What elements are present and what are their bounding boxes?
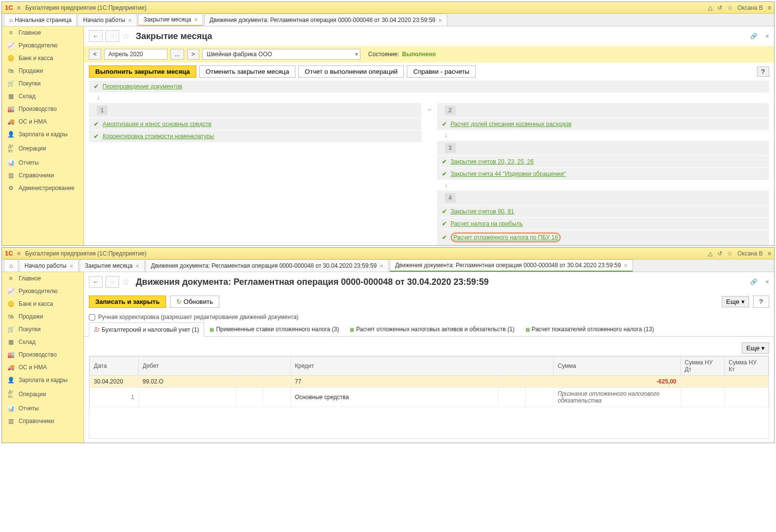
op-link[interactable]: Закрытие счетов 90, 91 [451, 208, 514, 215]
period-input[interactable]: Апрель 2020 [104, 49, 168, 60]
cancel-close-button[interactable]: Отменить закрытие месяца [199, 65, 295, 78]
tab-start[interactable]: Начало работы× [78, 14, 137, 26]
manual-correction-checkbox[interactable] [89, 314, 95, 320]
sidebar-item-manager[interactable]: 📈Руководителю [2, 285, 84, 298]
star-icon[interactable]: ☆ [727, 4, 733, 11]
op-link[interactable]: Корректировка стоимости номенклатуры [103, 133, 214, 140]
home-tab[interactable]: ⌂ [4, 259, 18, 272]
history-icon[interactable]: ↺ [717, 4, 722, 11]
burger-icon[interactable]: ≡ [17, 4, 21, 11]
references-button[interactable]: Справки - расчеты [407, 65, 476, 78]
sidebar-item-refs[interactable]: ▥Справочники [2, 169, 84, 182]
tab-doc-moves-2[interactable]: Движения документа: Регламентная операци… [390, 259, 633, 272]
sidebar-item-sales[interactable]: 🛍Продажи [2, 64, 84, 77]
close-icon[interactable]: × [128, 17, 132, 24]
help-button[interactable]: ? [757, 66, 769, 77]
sidebar-item-manager[interactable]: 📈Руководителю [2, 39, 84, 52]
op-link[interactable]: Расчет налога на прибыль [451, 220, 523, 227]
col-date[interactable]: Дата [90, 357, 139, 376]
op-close-20[interactable]: ✔Закрытие счетов 20, 23, 25, 26 [437, 156, 770, 168]
sidebar-item-operations[interactable]: ДтКтОперации [2, 386, 84, 402]
save-close-button[interactable]: Записать и закрыть [89, 296, 166, 308]
op-link[interactable]: Перепроведение документов [103, 83, 182, 90]
user-label[interactable]: Оксана В [737, 4, 763, 11]
tab-doc-moves[interactable]: Движения документа: Регламентная операци… [204, 14, 447, 26]
favorite-icon[interactable]: ☆ [122, 31, 130, 42]
refresh-button[interactable]: ↻ Обновить [170, 296, 219, 308]
sidebar-item-admin[interactable]: ⚙Администрирование [2, 182, 84, 194]
sidebar-item-sales[interactable]: 🛍Продажи [2, 310, 84, 323]
inner-tab-indicators[interactable]: ▦Расчет показателей отложенного налога (… [520, 322, 660, 336]
close-icon[interactable]: × [624, 262, 628, 269]
sidebar-item-production[interactable]: 🏭Производство [2, 348, 84, 361]
col-debit[interactable]: Дебет [139, 357, 291, 376]
home-tab[interactable]: ⌂Начальная страница [4, 14, 77, 26]
menu-icon[interactable]: ≡ [768, 250, 771, 257]
op-cost-corr[interactable]: ✔Корректировка стоимости номенклатуры [89, 130, 421, 142]
sidebar-item-purchases[interactable]: 🛒Покупки [2, 77, 84, 90]
favorite-icon[interactable]: ☆ [122, 277, 130, 287]
sidebar-item-warehouse[interactable]: ▦Склад [2, 336, 84, 348]
link-icon[interactable]: 🔗 [750, 33, 757, 40]
op-link[interactable]: Расчет долей списания косвенных расходов [451, 121, 572, 128]
op-link[interactable]: Закрытие счетов 20, 23, 25, 26 [451, 158, 534, 165]
back-button[interactable]: ← [89, 276, 103, 288]
op-amort[interactable]: ✔Амортизация и износ основных средств [89, 118, 421, 130]
table-more-button[interactable]: Еще ▾ [742, 342, 769, 354]
op-close-44[interactable]: ✔Закрытие счета 44 "Издержки обращения" [437, 168, 770, 180]
op-indirect[interactable]: ✔Расчет долей списания косвенных расходо… [437, 118, 770, 130]
sidebar-item-production[interactable]: 🏭Производство [2, 103, 84, 115]
forward-button[interactable]: → [105, 30, 119, 42]
org-select[interactable]: Швейная фабрика ООО▾ [202, 49, 360, 60]
history-icon[interactable]: ↺ [717, 250, 722, 257]
help-button[interactable]: ? [753, 296, 769, 308]
op-link[interactable]: Амортизация и износ основных средств [103, 121, 211, 128]
close-icon[interactable]: × [439, 17, 442, 24]
period-prev-button[interactable]: < [89, 49, 101, 60]
sidebar-item-bank[interactable]: 🪙Банк и касса [2, 298, 84, 310]
run-close-button[interactable]: Выполнить закрытие месяца [89, 65, 196, 78]
sidebar-item-main[interactable]: ≡Главное [2, 26, 84, 39]
menu-icon[interactable]: ≡ [768, 4, 771, 11]
sidebar-item-warehouse[interactable]: ▦Склад [2, 90, 84, 103]
tab-start[interactable]: Начало работы× [19, 259, 79, 272]
tab-doc-moves-1[interactable]: Движения документа: Регламентная операци… [146, 259, 389, 272]
star-icon[interactable]: ☆ [727, 250, 733, 257]
sidebar-item-purchases[interactable]: 🛒Покупки [2, 323, 84, 336]
sidebar-item-salary[interactable]: 👤Зарплата и кадры [2, 128, 84, 141]
user-label[interactable]: Оксана В [737, 250, 763, 257]
bell-icon[interactable]: △ [708, 4, 713, 11]
table-row[interactable]: 30.04.2020 99.02.О 77 -625,00 [90, 376, 769, 388]
table-scroll[interactable]: Дата Дебет Кредит Сумма Сумма НУ Дт Сумм… [89, 356, 769, 439]
sidebar-item-reports[interactable]: 📊Отчеты [2, 156, 84, 169]
col-credit[interactable]: Кредит [291, 357, 553, 376]
inner-tab-rates[interactable]: ▦Примененные ставки отложенного налога (… [204, 322, 344, 336]
col-nudt[interactable]: Сумма НУ Дт [681, 357, 725, 376]
link-icon[interactable]: 🔗 [750, 278, 757, 285]
close-icon[interactable]: × [765, 278, 769, 286]
close-icon[interactable]: × [765, 32, 769, 40]
sidebar-item-salary[interactable]: 👤Зарплата и кадры [2, 374, 84, 386]
forward-button[interactable]: → [105, 276, 119, 288]
sidebar-item-refs[interactable]: ▥Справочники [2, 415, 84, 427]
tab-month-close[interactable]: Закрытие месяца× [80, 259, 145, 272]
op-profit-tax[interactable]: ✔Расчет налога на прибыль [437, 218, 770, 230]
manual-correction-row[interactable]: Ручная корректировка (разрешает редактир… [84, 312, 774, 322]
col-sum[interactable]: Сумма [554, 357, 681, 376]
op-link[interactable]: Закрытие счета 44 "Издержки обращения" [451, 170, 566, 177]
op-link-highlighted[interactable]: Расчет отложенного налога по ПБУ 18 [451, 233, 561, 242]
col-nukt[interactable]: Сумма НУ Кт [725, 357, 769, 376]
tab-month-close[interactable]: Закрытие месяца× [138, 14, 203, 26]
close-icon[interactable]: × [194, 16, 198, 23]
inner-tab-accounting[interactable]: ДтБухгалтерский и налоговый учет (1) [89, 322, 204, 337]
bell-icon[interactable]: △ [708, 250, 713, 257]
period-next-button[interactable]: > [187, 49, 199, 60]
sidebar-item-operations[interactable]: ДтКтОперации [2, 141, 84, 156]
period-more-button[interactable]: ... [170, 49, 184, 60]
close-icon[interactable]: × [69, 262, 73, 270]
table-row[interactable]: 1 Основные средства Признание отложенног… [90, 388, 769, 407]
more-button[interactable]: Еще ▾ [722, 296, 749, 307]
report-button[interactable]: Отчет о выполнении операций [298, 65, 404, 78]
back-button[interactable]: ← [89, 30, 103, 42]
op-deferred-tax[interactable]: ✔Расчет отложенного налога по ПБУ 18 [437, 230, 770, 245]
